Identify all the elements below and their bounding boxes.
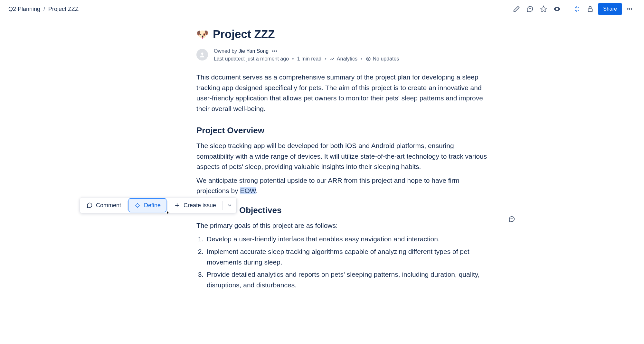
edit-icon[interactable]: [511, 3, 522, 15]
breadcrumb-current[interactable]: Project ZZZ: [48, 6, 79, 13]
meta-more-icon[interactable]: •••: [272, 48, 277, 54]
page-content: 🐶 Project ZZZ Owned by Jie Yan Song ••• …: [151, 18, 493, 311]
share-button[interactable]: Share: [598, 3, 622, 15]
svg-point-5: [368, 58, 369, 60]
analytics-label: Analytics: [337, 56, 357, 62]
watch-icon[interactable]: [551, 3, 563, 15]
read-time: 1 min read: [297, 56, 322, 62]
owner-name[interactable]: Jie Yan Song: [238, 48, 269, 54]
updates-link[interactable]: No updates: [366, 56, 399, 62]
define-button-label: Define: [144, 202, 161, 209]
toolbar-separator: [167, 201, 167, 210]
last-updated: Last updated: just a moment ago: [214, 56, 289, 62]
breadcrumb-separator: /: [43, 6, 45, 13]
comment-button-label: Comment: [96, 202, 121, 209]
svg-point-3: [201, 52, 204, 55]
avatar[interactable]: [196, 49, 208, 60]
svg-rect-2: [588, 9, 592, 12]
inline-comment-icon[interactable]: [507, 214, 517, 224]
atlassian-intelligence-icon[interactable]: [571, 3, 582, 15]
selection-toolbar: Comment Define Create issue: [80, 198, 236, 213]
page-meta: Owned by Jie Yan Song ••• Last updated: …: [196, 48, 493, 62]
intro-paragraph: This document serves as a comprehensive …: [196, 72, 493, 114]
list-item: Provide detailed analytics and reports o…: [205, 269, 493, 290]
comment-icon[interactable]: [524, 3, 536, 15]
share-button-label: Share: [603, 6, 617, 12]
overview-para-2: We anticipate strong potential upside to…: [196, 175, 493, 196]
goals-list: Develop a user-friendly interface that e…: [205, 234, 493, 290]
goals-intro: The primary goals of this project are as…: [196, 220, 493, 231]
svg-marker-1: [541, 6, 546, 12]
overview-para-2-post: .: [256, 187, 258, 194]
overview-heading: Project Overview: [196, 126, 493, 135]
page-title: Project ZZZ: [213, 28, 275, 41]
define-button[interactable]: Define: [129, 199, 166, 212]
create-issue-button[interactable]: Create issue: [169, 199, 221, 212]
list-item: Develop a user-friendly interface that e…: [205, 234, 493, 245]
header-divider: [567, 5, 567, 13]
page-header: Q2 Planning / Project ZZZ Share •••: [0, 0, 644, 18]
toolbar-separator: [223, 201, 223, 210]
create-issue-dropdown[interactable]: [224, 199, 235, 212]
star-icon[interactable]: [538, 3, 549, 15]
page-title-row: 🐶 Project ZZZ: [196, 28, 493, 41]
breadcrumb-parent[interactable]: Q2 Planning: [8, 6, 40, 13]
updates-label: No updates: [373, 56, 399, 62]
svg-point-4: [366, 57, 370, 61]
list-item: Implement accurate sleep tracking algori…: [205, 246, 493, 267]
owned-by-prefix: Owned by: [214, 48, 238, 54]
comment-button[interactable]: Comment: [81, 199, 126, 212]
header-actions: Share •••: [511, 3, 636, 15]
analytics-link[interactable]: Analytics: [330, 56, 357, 62]
breadcrumb: Q2 Planning / Project ZZZ: [8, 6, 79, 13]
selected-text[interactable]: EOW: [240, 187, 256, 194]
more-actions-icon[interactable]: •••: [624, 3, 636, 15]
restrictions-icon[interactable]: [584, 3, 596, 15]
goals-heading: Goals and Objectives: [196, 205, 493, 215]
create-issue-label: Create issue: [184, 202, 216, 209]
toolbar-separator: [128, 201, 128, 210]
overview-para-1: The sleep tracking app will be developed…: [196, 141, 493, 172]
page-emoji[interactable]: 🐶: [196, 29, 208, 40]
overview-para-2-pre: We anticipate strong potential upside to…: [196, 177, 459, 195]
